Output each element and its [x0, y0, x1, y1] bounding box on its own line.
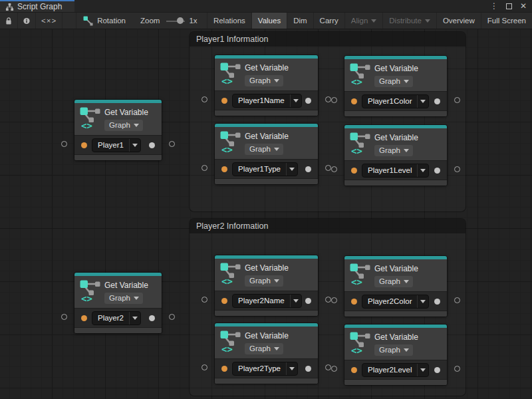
variable-dropdown[interactable]: Player1Level	[362, 164, 429, 178]
variable-dropdown-caret[interactable]	[286, 163, 297, 176]
output-port[interactable]	[325, 364, 331, 370]
output-port-dot[interactable]	[149, 315, 155, 321]
toolbar-button-overview[interactable]: Overview	[436, 13, 481, 29]
node-header[interactable]: <> Get Variable Graph	[344, 59, 447, 91]
zoom-to-fit-button[interactable]: <×>	[36, 13, 63, 29]
output-port-dot[interactable]	[305, 298, 311, 304]
variable-dropdown[interactable]: Player2Name	[232, 294, 302, 308]
input-port-dot[interactable]	[221, 166, 227, 172]
input-port[interactable]	[201, 96, 207, 102]
scope-dropdown[interactable]: Graph	[245, 343, 283, 354]
scope-dropdown[interactable]: Graph	[374, 145, 413, 156]
input-port-dot[interactable]	[81, 315, 87, 321]
node-header[interactable]: <> Get Variable Graph	[74, 103, 162, 135]
output-port[interactable]	[169, 141, 175, 147]
output-port[interactable]	[325, 165, 331, 171]
input-port[interactable]	[331, 166, 337, 172]
output-port[interactable]	[454, 166, 460, 172]
scope-dropdown[interactable]: Graph	[104, 293, 143, 304]
output-port-dot[interactable]	[434, 168, 440, 174]
output-port[interactable]	[325, 96, 331, 102]
scope-dropdown[interactable]: Graph	[104, 120, 143, 131]
rotation-control[interactable]: Rotation	[76, 13, 132, 29]
output-port-dot[interactable]	[434, 367, 440, 373]
node-header[interactable]: <> Get Variable Graph	[74, 276, 162, 308]
scope-dropdown[interactable]: Graph	[245, 75, 283, 86]
node-header[interactable]: <> Get Variable Graph	[215, 327, 318, 358]
node-header[interactable]: <> Get Variable Graph	[215, 259, 318, 291]
variable-dropdown-caret[interactable]	[129, 139, 140, 152]
scope-dropdown[interactable]: Graph	[245, 144, 283, 155]
variable-dropdown-caret[interactable]	[129, 312, 140, 325]
node-header[interactable]: <> Get Variable Graph	[344, 259, 447, 291]
input-port-dot[interactable]	[81, 142, 87, 148]
variable-dropdown-caret[interactable]	[290, 295, 301, 307]
output-port-dot[interactable]	[305, 166, 311, 172]
input-port[interactable]	[61, 314, 67, 320]
input-port-dot[interactable]	[221, 366, 227, 372]
input-port[interactable]	[201, 364, 207, 370]
variable-dropdown-caret[interactable]	[417, 95, 428, 108]
output-port[interactable]	[454, 297, 460, 303]
variable-dropdown[interactable]: Player1Type	[232, 162, 298, 176]
variable-dropdown[interactable]: Player2Color	[362, 295, 429, 309]
toolbar-button-carry[interactable]: Carry	[313, 13, 344, 29]
input-port-dot[interactable]	[351, 299, 357, 305]
input-port[interactable]	[331, 297, 337, 303]
node-get-variable-player2level[interactable]: <> Get Variable Graph Player2Level	[344, 325, 447, 385]
node-get-variable-player1color[interactable]: <> Get Variable Graph Player1Color	[344, 56, 447, 116]
lock-button[interactable]	[0, 13, 18, 29]
toolbar-button-values[interactable]: Values	[251, 13, 287, 29]
variable-dropdown[interactable]: Player1Color	[362, 94, 429, 108]
input-port[interactable]	[331, 366, 337, 372]
variable-dropdown-caret[interactable]	[417, 164, 428, 177]
node-get-variable-player2[interactable]: <> Get Variable Graph Player2	[74, 273, 162, 333]
output-port-dot[interactable]	[434, 299, 440, 305]
variable-dropdown-caret[interactable]	[286, 362, 297, 375]
node-get-variable-player1[interactable]: <> Get Variable Graph Player1	[74, 100, 162, 160]
zoom-slider[interactable]	[166, 13, 185, 29]
output-port[interactable]	[454, 366, 460, 372]
variable-dropdown-caret[interactable]	[417, 295, 428, 308]
input-port[interactable]	[201, 297, 207, 303]
output-port-dot[interactable]	[149, 142, 155, 148]
group-header[interactable]: Player2 Information	[190, 219, 466, 233]
node-get-variable-player1type[interactable]: <> Get Variable Graph Player1Type	[215, 124, 318, 184]
node-get-variable-player2name[interactable]: <> Get Variable Graph Player2Name	[215, 255, 318, 316]
variable-dropdown[interactable]: Player1Name	[232, 94, 302, 108]
output-port[interactable]	[325, 297, 331, 303]
input-port[interactable]	[61, 141, 67, 147]
menu-icon[interactable]: ⋮	[490, 2, 498, 10]
node-header[interactable]: <> Get Variable Graph	[344, 328, 447, 360]
variable-dropdown[interactable]: Player1	[92, 138, 141, 152]
close-icon[interactable]: ✕	[520, 2, 527, 10]
output-port-dot[interactable]	[305, 366, 311, 372]
variable-dropdown[interactable]: Player2	[92, 311, 141, 325]
input-port[interactable]	[331, 97, 337, 103]
node-get-variable-player1name[interactable]: <> Get Variable Graph Player1Name	[215, 55, 318, 116]
input-port-dot[interactable]	[351, 367, 357, 373]
toolbar-button-relations[interactable]: Relations	[207, 13, 251, 29]
node-header[interactable]: <> Get Variable Graph	[215, 59, 318, 90]
variable-dropdown-caret[interactable]	[417, 364, 428, 376]
scope-dropdown[interactable]: Graph	[374, 344, 413, 356]
output-port-dot[interactable]	[305, 98, 311, 104]
input-port-dot[interactable]	[221, 98, 227, 104]
output-port[interactable]	[169, 314, 175, 320]
maximize-icon[interactable]	[506, 3, 512, 9]
output-port[interactable]	[454, 97, 460, 103]
zoom-slider-handle[interactable]	[177, 17, 184, 24]
input-port-dot[interactable]	[221, 298, 227, 304]
node-header[interactable]: <> Get Variable Graph	[344, 128, 447, 160]
group-header[interactable]: Player1 Information	[190, 32, 466, 47]
scope-dropdown[interactable]: Graph	[374, 276, 413, 287]
node-get-variable-player2type[interactable]: <> Get Variable Graph Player2Type	[215, 323, 318, 384]
variable-dropdown[interactable]: Player2Level	[362, 363, 429, 377]
node-get-variable-player2color[interactable]: <> Get Variable Graph Player2Color	[344, 256, 447, 317]
variable-dropdown-caret[interactable]	[290, 94, 301, 107]
graph-canvas[interactable]: Player1 Information Player2 Information …	[0, 29, 532, 399]
scope-dropdown[interactable]: Graph	[374, 76, 413, 87]
toolbar-button-dim[interactable]: Dim	[287, 13, 313, 29]
input-port[interactable]	[201, 165, 207, 171]
node-get-variable-player1level[interactable]: <> Get Variable Graph Player1Level	[344, 125, 447, 186]
